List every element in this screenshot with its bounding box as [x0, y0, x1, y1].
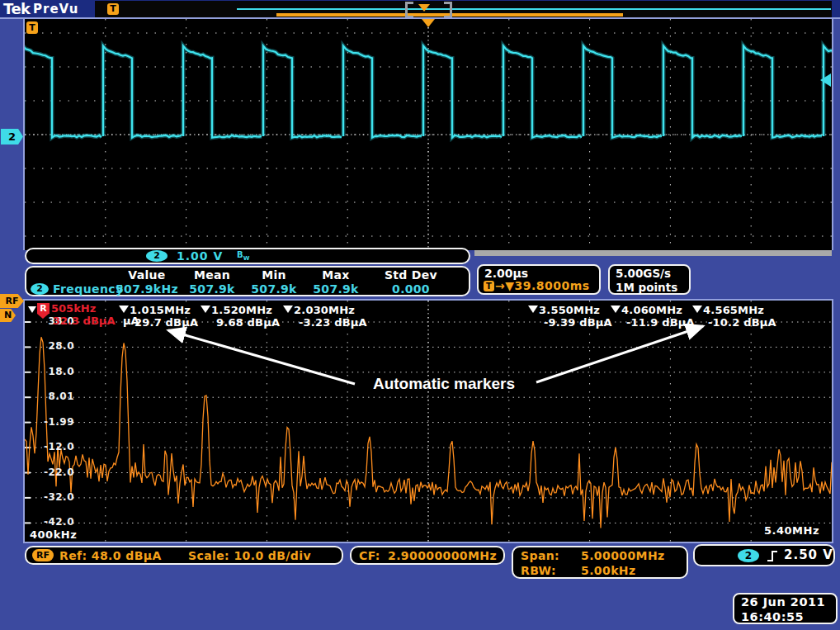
trigger-readout[interactable]: 2 2.50 V — [693, 544, 835, 566]
span-label: Span: — [521, 549, 559, 562]
measurement-value: 507.9kHz — [114, 282, 180, 296]
rf-settings-readout[interactable]: RF Ref: 48.0 dBµA Scale: 10.0 dB/div — [25, 546, 343, 565]
rf-channel-badge[interactable]: RF — [0, 294, 24, 308]
zoom-window-bracket-left[interactable] — [405, 2, 413, 18]
rf-trace-type-badge[interactable]: N — [0, 309, 16, 322]
measurement-max: 507.9k — [303, 282, 369, 296]
expansion-point-icon — [422, 19, 435, 27]
column-header: Value — [114, 268, 180, 282]
overview-analog-record-line — [237, 8, 831, 10]
column-header: Max — [303, 268, 369, 282]
column-header: Min — [241, 268, 307, 282]
bandwidth-limit-icon: BW — [237, 250, 249, 262]
span-rbw-readout[interactable]: Span: 5.00000MHz RBW: 5.00kHz — [512, 546, 688, 579]
ch2-scale-value: 1.00 V — [177, 249, 223, 263]
timebase-readout[interactable]: 2.00µs T →▼39.8000ms — [477, 264, 601, 295]
acquisition-status: PreVu — [33, 2, 78, 17]
trigger-delay: →▼39.8000ms — [495, 279, 590, 292]
span-value: 5.00000MHz — [581, 549, 665, 562]
measurement-mean: 507.9k — [179, 282, 245, 296]
center-frequency-readout[interactable]: CF: 2.90000000MHz — [350, 546, 505, 565]
measurement-table[interactable]: Value Mean Min Max Std Dev 2 Frequency 5… — [25, 266, 470, 296]
column-header: Std Dev — [378, 268, 444, 282]
sample-rate: 5.00GS/s — [616, 267, 671, 280]
annotation-text: Automatic markers — [328, 375, 559, 393]
overview-trigger-icon: T — [107, 3, 119, 15]
column-header: Mean — [179, 268, 245, 282]
spectrum-graticule: 38.028.018.08.01-1.99-12.0-22.0-32.0-42.… — [23, 299, 833, 543]
rbw-label: RBW: — [521, 564, 556, 577]
cf-label: CF: — [359, 549, 380, 562]
cf-value: 2.90000000MHz — [388, 549, 497, 562]
rf-badge: RF — [32, 549, 54, 561]
window-divider-bar — [474, 250, 832, 256]
overview-position-icon — [418, 4, 430, 12]
date-value: 26 Jun 2011 — [741, 595, 825, 609]
tek-logo: Tek — [3, 0, 31, 17]
ch2-badge: 2 — [146, 250, 168, 262]
time-value: 16:40:55 — [741, 610, 804, 623]
rbw-value: 5.00kHz — [581, 564, 636, 577]
trigger-badge: T — [484, 281, 494, 291]
rf-scale: Scale: 10.0 dB/div — [188, 549, 311, 562]
record-overview-bar[interactable]: T — [95, 1, 832, 17]
ch2-readout[interactable]: 2 1.00 V BW — [25, 248, 470, 264]
acquisition-readout[interactable]: 5.00GS/s 1M points — [608, 264, 691, 295]
zoom-window-bracket-right[interactable] — [444, 2, 452, 18]
ch2-ground-marker[interactable]: 2 — [1, 129, 23, 144]
annotation-arrows — [25, 301, 832, 542]
trigger-source-badge: 2 — [738, 549, 759, 562]
measurement-min: 507.9k — [241, 282, 307, 296]
time-domain-graticule: T — [23, 19, 833, 250]
measurement-source-badge: 2 — [31, 283, 49, 295]
horizontal-scale: 2.00µs — [484, 267, 528, 280]
datetime-readout: 26 Jun 2011 16:40:55 — [733, 593, 838, 624]
grid-trigger-icon: T — [26, 21, 38, 34]
measurement-name: Frequency — [53, 282, 124, 296]
trigger-level-arrow-icon[interactable] — [820, 73, 831, 87]
ch2-waveform-trace — [25, 19, 832, 250]
oscilloscope-screen: Tek PreVu T T 2 2 1.00 V BW Value Mean M… — [0, 0, 840, 630]
rising-edge-icon — [766, 549, 779, 563]
rf-ref-level: Ref: 48.0 dBµA — [59, 549, 162, 562]
measurement-stddev: 0.000 — [378, 282, 444, 296]
trigger-level-value: 2.50 V — [784, 547, 833, 562]
record-length: 1M points — [616, 281, 677, 294]
